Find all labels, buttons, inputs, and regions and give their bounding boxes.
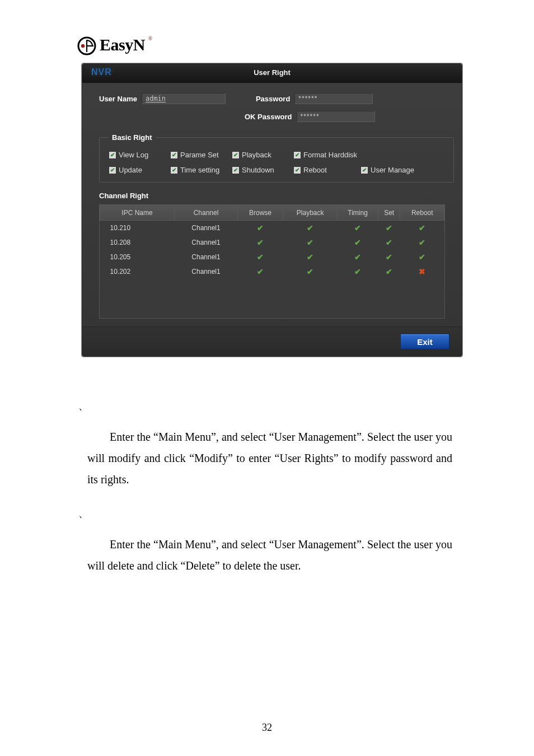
th-set[interactable]: Set [378, 206, 400, 221]
table-cell: ✔ [378, 221, 400, 236]
check-icon: ✔ [360, 166, 368, 174]
check-icon: ✔ [257, 267, 264, 276]
check-icon: ✔ [109, 151, 116, 159]
table-cell: ✔ [283, 250, 337, 264]
table-cell: ✔ [283, 235, 337, 250]
checkbox-view-log[interactable]: ✔View Log [109, 151, 170, 159]
password-label: Password [256, 95, 290, 103]
check-icon: ✔ [419, 238, 425, 247]
table-cell: ✔ [378, 235, 400, 250]
table-cell: ✔ [338, 235, 378, 250]
checkbox-label: Shutdown [242, 166, 274, 174]
check-icon: ✔ [386, 238, 392, 247]
table-cell: Channel1 [175, 221, 238, 236]
checkbox-time-setting[interactable]: ✔Time setting [170, 166, 232, 174]
table-cell: ✔ [283, 221, 337, 236]
check-icon: ✔ [386, 223, 392, 232]
checkbox-label: Parame Set [180, 151, 219, 159]
checkbox-label: Time setting [180, 166, 219, 174]
check-icon: ✔ [386, 253, 392, 262]
instruction-delete: Enter the “Main Menu”, and select “User … [87, 534, 452, 576]
ok-password-label: OK Password [245, 113, 292, 121]
password-input[interactable]: ****** [294, 93, 373, 104]
th-playback[interactable]: Playback [283, 206, 337, 221]
table-cell: ✔ [338, 221, 378, 236]
th-channel[interactable]: Channel [175, 206, 238, 221]
check-icon: ✔ [257, 253, 264, 262]
table-cell: ✔ [400, 250, 444, 264]
check-icon: ✔ [232, 166, 240, 174]
table-header-row: IPC Name Channel Browse Playback Timing … [100, 206, 444, 221]
user-right-dialog: NVR User Right User Name admin Password … [82, 63, 462, 357]
table-cell: 10.210 [100, 221, 175, 236]
check-icon: ✔ [354, 267, 361, 276]
brand-logo: EasyN ® [77, 36, 461, 55]
exit-button[interactable]: Exit [400, 334, 449, 349]
check-icon: ✔ [293, 151, 301, 159]
check-icon: ✔ [419, 223, 425, 232]
checkbox-label: Update [119, 166, 142, 174]
ok-password-input[interactable]: ****** [297, 111, 375, 122]
table-cell: ✔ [238, 221, 283, 236]
checkbox-label: Format Harddisk [303, 151, 357, 159]
checkbox-label: View Log [119, 151, 148, 159]
checkbox-label: Playback [242, 151, 271, 159]
check-icon: ✔ [354, 253, 361, 262]
instruction-modify: Enter the “Main Menu”, and select “User … [87, 426, 452, 490]
check-icon: ✔ [109, 166, 116, 174]
dialog-title: User Right [254, 68, 291, 77]
checkbox-user-manage[interactable]: ✔User Manage [360, 166, 444, 174]
trademark-icon: ® [148, 35, 153, 41]
exit-button-label: Exit [417, 337, 433, 347]
check-icon: ✔ [354, 223, 361, 232]
channel-right-table: IPC Name Channel Browse Playback Timing … [100, 205, 444, 279]
check-icon: ✔ [307, 223, 313, 232]
table-row[interactable]: 10.208Channel1✔✔✔✔✔ [100, 235, 444, 250]
table-cell: Channel1 [175, 235, 238, 250]
logo-text: EasyN [100, 35, 145, 54]
table-row[interactable]: 10.205Channel1✔✔✔✔✔ [100, 250, 444, 264]
table-row[interactable]: 10.202Channel1✔✔✔✔✖ [100, 264, 444, 279]
check-icon: ✔ [257, 223, 264, 232]
check-icon: ✔ [307, 267, 313, 276]
table-cell: ✔ [338, 264, 378, 279]
th-timing[interactable]: Timing [338, 206, 378, 221]
th-browse[interactable]: Browse [238, 206, 283, 221]
table-cell: Channel1 [175, 250, 238, 264]
channel-right-title: Channel Right [99, 192, 445, 200]
table-cell: ✔ [238, 250, 283, 264]
table-cell: 10.205 [100, 250, 175, 264]
table-cell: ✔ [378, 250, 400, 264]
username-input[interactable]: admin [142, 93, 226, 104]
check-icon: ✔ [419, 253, 425, 262]
th-ipc-name[interactable]: IPC Name [100, 206, 175, 221]
table-cell: ✔ [338, 250, 378, 264]
dialog-title-bar: NVR User Right [82, 64, 462, 83]
check-icon: ✔ [170, 151, 178, 159]
check-icon: ✔ [307, 253, 313, 262]
bullet-mark: 、 [78, 399, 461, 413]
logo-icon [77, 36, 96, 55]
check-icon: ✔ [170, 166, 178, 174]
th-reboot[interactable]: Reboot [400, 206, 444, 221]
basic-right-legend: Basic Right [109, 133, 156, 142]
channel-right-table-wrap: IPC Name Channel Browse Playback Timing … [99, 204, 445, 319]
nvr-badge: NVR [91, 67, 112, 77]
checkbox-label: User Manage [371, 166, 414, 174]
table-cell: 10.202 [100, 264, 175, 279]
table-cell: 10.208 [100, 235, 175, 250]
table-row[interactable]: 10.210Channel1✔✔✔✔✔ [100, 221, 444, 236]
checkbox-reboot[interactable]: ✔Reboot [293, 166, 360, 174]
checkbox-parame-set[interactable]: ✔Parame Set [170, 151, 232, 159]
check-icon: ✔ [257, 238, 264, 247]
username-label: User Name [99, 95, 137, 103]
checkbox-playback[interactable]: ✔Playback [232, 151, 293, 159]
cross-icon: ✖ [419, 267, 425, 276]
checkbox-format-harddisk[interactable]: ✔Format Harddisk [293, 151, 377, 159]
check-icon: ✔ [232, 151, 240, 159]
checkbox-update[interactable]: ✔Update [109, 166, 170, 174]
check-icon: ✔ [354, 238, 361, 247]
checkbox-shutdown[interactable]: ✔Shutdown [232, 166, 293, 174]
table-cell: ✔ [283, 264, 337, 279]
table-cell: ✔ [238, 235, 283, 250]
